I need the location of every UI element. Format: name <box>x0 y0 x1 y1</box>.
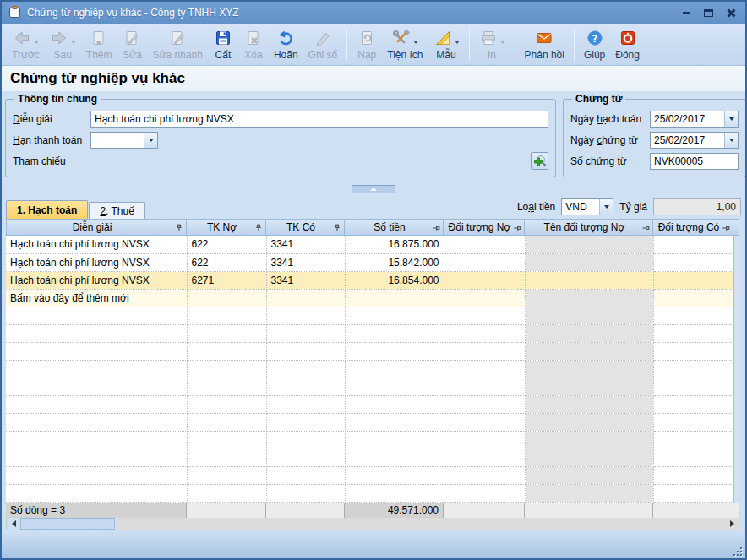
currency-combobox[interactable]: VND <box>561 198 613 215</box>
splitter-handle[interactable] <box>352 185 395 193</box>
toolbar-button-template[interactable]: Mẫu <box>428 25 465 64</box>
grid-body: Hạch toán chi phí lương NVSX 622 3341 16… <box>6 236 733 502</box>
toolbar-button-utilities[interactable]: Tiện ích <box>382 25 428 64</box>
delete-icon <box>244 29 263 47</box>
payment-term-combobox[interactable] <box>90 132 158 149</box>
group-general-info: Thông tin chung Diễn giải Hạn thanh toán… <box>5 93 556 177</box>
pin-icon[interactable] <box>432 224 440 232</box>
titlebar: Chứng từ nghiệp vụ khác - Công ty TNHH X… <box>2 2 745 24</box>
pin-icon[interactable] <box>254 224 263 232</box>
scroll-right-button[interactable] <box>725 518 739 530</box>
app-window: Chứng từ nghiệp vụ khác - Công ty TNHH X… <box>0 0 747 560</box>
description-input[interactable] <box>90 111 548 128</box>
toolbar-button-feedback[interactable]: Phản hồi <box>520 25 570 64</box>
toolbar-separator <box>515 29 515 61</box>
table-row-empty <box>6 484 733 502</box>
add-reference-button[interactable] <box>531 152 548 170</box>
status-bar <box>2 530 745 559</box>
chevron-down-icon[interactable] <box>724 111 738 127</box>
table-row-selected[interactable]: Hạch toán chi phí lương NVSX 6271 3341 1… <box>6 271 733 289</box>
column-header-credit-object[interactable]: Đối tượng Có <box>653 219 733 236</box>
voucher-number-label: Số chứng từ <box>570 155 650 167</box>
app-icon <box>8 6 22 19</box>
resize-grip[interactable] <box>732 546 742 556</box>
toolbar-button-quick-edit: Sửa nhanh <box>147 25 207 64</box>
toolbar-button-post: Ghi sổ <box>303 25 343 64</box>
chevron-down-icon[interactable] <box>144 133 157 148</box>
column-header-description[interactable]: Diễn giải <box>6 219 187 236</box>
tab-thue[interactable]: 2. Thuế <box>89 202 145 219</box>
column-header-credit-account[interactable]: TK Có <box>266 219 345 236</box>
column-header-debit-object-name[interactable]: Tên đối tượng Nợ <box>525 219 653 236</box>
table-row-empty <box>6 360 733 378</box>
tab-strip: 1. Hạch toán 2. Thuế Loại tiền VND Tỷ gi… <box>2 194 745 219</box>
toolbar-button-save[interactable]: Cất <box>208 25 238 64</box>
chevron-down-icon <box>413 41 418 44</box>
column-header-debit-object[interactable]: Đối tượng Nợ <box>444 219 525 236</box>
toolbar-separator <box>469 29 470 61</box>
new-row[interactable]: Bấm vào đây để thêm mới <box>6 289 733 307</box>
close-button[interactable] <box>723 7 737 19</box>
horizontal-scrollbar[interactable] <box>6 518 739 530</box>
voucher-date-label: Ngày chứng từ <box>570 134 650 146</box>
add-reference-icon <box>533 155 547 168</box>
toolbar-button-help[interactable]: ? Giúp <box>579 25 610 64</box>
posting-date-label: Ngày hạch toán <box>570 113 650 125</box>
minimize-icon <box>683 12 690 14</box>
column-header-debit-account[interactable]: TK Nợ <box>187 219 266 236</box>
pin-icon[interactable] <box>333 224 341 232</box>
reload-icon <box>357 29 376 47</box>
help-icon: ? <box>586 29 604 47</box>
splitter <box>2 184 745 194</box>
pin-icon[interactable] <box>175 224 183 232</box>
toolbar-button-print: In <box>474 25 510 64</box>
table-row-empty <box>6 342 733 360</box>
chevron-down-icon[interactable] <box>724 133 738 148</box>
scroll-left-button[interactable] <box>7 518 20 530</box>
chevron-down-icon[interactable] <box>599 199 613 215</box>
toolbar-button-delete: Xóa <box>238 25 269 64</box>
forward-arrow-icon <box>50 29 68 47</box>
currency-label: Loại tiền <box>517 201 555 213</box>
group-general-info-legend: Thông tin chung <box>14 93 101 105</box>
back-arrow-icon <box>13 29 31 47</box>
add-document-icon <box>90 29 108 47</box>
print-icon <box>479 29 498 47</box>
pin-icon[interactable] <box>722 224 730 232</box>
reference-label: Tham chiếu <box>13 155 90 167</box>
toolbar: Trước Sau Thêm Sửa Sửa nhanh Cất Xóa Ho <box>2 24 745 66</box>
quick-edit-icon <box>168 29 187 47</box>
collapse-up-icon <box>370 188 377 191</box>
table-row-empty <box>6 449 733 466</box>
voucher-number-input[interactable] <box>650 153 739 170</box>
posting-date-picker[interactable]: 25/02/2017 <box>650 111 739 128</box>
grid-table: Hạch toán chi phí lương NVSX 622 3341 16… <box>6 236 733 503</box>
pin-icon[interactable] <box>513 224 521 232</box>
maximize-button[interactable] <box>701 7 715 19</box>
feedback-envelope-icon <box>535 29 553 47</box>
scroll-left-icon <box>12 520 16 527</box>
toolbar-separator <box>574 29 575 61</box>
tab-hach-toan[interactable]: 1. Hạch toán <box>6 200 88 219</box>
voucher-date-picker[interactable]: 25/02/2017 <box>650 132 739 149</box>
grid-header: Diễn giải TK Nợ TK Có Số tiền Đối tượng … <box>6 219 739 236</box>
chevron-down-icon <box>455 41 460 44</box>
table-row[interactable]: Hạch toán chi phí lương NVSX 622 3341 16… <box>6 236 733 253</box>
chevron-down-icon <box>34 41 39 44</box>
scrollbar-thumb[interactable] <box>20 518 115 530</box>
exchange-rate-input: 1,00 <box>653 198 741 215</box>
toolbar-button-reload: Nạp <box>352 25 382 64</box>
toolbar-button-undo[interactable]: Hoãn <box>269 25 303 64</box>
toolbar-button-add: Thêm <box>81 25 117 64</box>
minimize-button[interactable] <box>679 7 693 19</box>
table-row-empty <box>6 395 733 413</box>
page-title: Chứng từ nghiệp vụ khác <box>10 70 185 87</box>
payment-term-label: Hạn thanh toán <box>13 134 90 146</box>
pin-icon[interactable] <box>641 224 650 232</box>
save-icon <box>214 29 232 47</box>
toolbar-button-close-form[interactable]: Đóng <box>610 25 645 64</box>
table-row[interactable]: Hạch toán chi phí lương NVSX 622 3341 15… <box>6 253 733 271</box>
vertical-scrollbar[interactable] <box>733 236 740 503</box>
column-header-amount[interactable]: Số tiền <box>345 219 444 236</box>
table-row-empty <box>6 378 733 395</box>
